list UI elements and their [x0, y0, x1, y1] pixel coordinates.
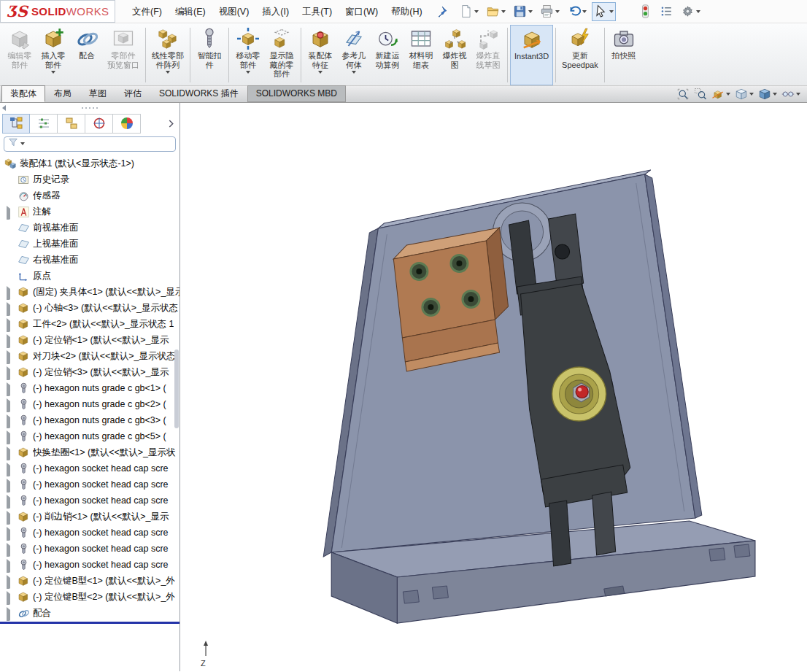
tree-item[interactable]: (-) hexagon nuts grade c gb<3> (: [0, 412, 179, 428]
menu-file[interactable]: 文件(F): [126, 1, 169, 23]
expand-arrow-icon[interactable]: [7, 289, 12, 295]
hide-show-items-icon-dropdown-icon[interactable]: [796, 93, 800, 96]
expand-arrow-icon[interactable]: [7, 305, 12, 311]
tree-item[interactable]: 传感器: [0, 188, 179, 204]
expand-arrow-icon[interactable]: [7, 385, 12, 391]
open-button[interactable]: [484, 2, 508, 21]
take-snapshot-button[interactable]: 拍快照: [607, 25, 641, 85]
tree-item[interactable]: (-) hexagon socket head cap scre: [0, 557, 179, 573]
filter-dropdown-icon[interactable]: [20, 142, 25, 145]
tree-item[interactable]: (-) hexagon nuts grade c gb<2> (: [0, 396, 179, 412]
expand-arrow-icon[interactable]: [7, 433, 12, 439]
zoom-area-icon[interactable]: [694, 88, 707, 101]
tab-propertymanager[interactable]: [30, 114, 58, 134]
expand-arrow-icon[interactable]: [7, 417, 12, 423]
menu-help[interactable]: 帮助(H): [385, 1, 428, 23]
expand-arrow-icon[interactable]: [7, 482, 12, 487]
open-button-dropdown-icon[interactable]: [501, 10, 506, 13]
new-document-button[interactable]: [457, 2, 481, 21]
menu-insert[interactable]: 插入(I): [255, 1, 296, 23]
print-button[interactable]: [538, 2, 562, 21]
show-hidden-components-button[interactable]: 显示隐藏的零部件: [265, 25, 298, 85]
expand-arrow-icon[interactable]: [7, 321, 12, 327]
tree-item[interactable]: (-) 定位销<1> (默认<<默认>_显示: [0, 332, 179, 348]
expand-arrow-icon[interactable]: [7, 498, 12, 503]
view-orientation-icon[interactable]: [735, 88, 754, 101]
tree-item[interactable]: (-) 削边销<1> (默认<<默认>_显示: [0, 509, 179, 525]
mate-button[interactable]: 配合: [70, 25, 104, 85]
zoom-fit-icon[interactable]: [676, 88, 690, 101]
3d-model-canvas[interactable]: Z: [180, 103, 807, 671]
undo-button-dropdown-icon[interactable]: [582, 10, 587, 13]
menu-window[interactable]: 窗口(W): [339, 1, 385, 23]
tree-item[interactable]: (-) hexagon socket head cap scre: [0, 460, 179, 476]
menu-edit[interactable]: 编辑(E): [169, 1, 212, 23]
command-options-icon[interactable]: [657, 2, 676, 21]
insert-component-button[interactable]: 插入零部件: [36, 25, 70, 85]
move-component-button-dropdown-icon[interactable]: [246, 71, 250, 74]
rollback-bar[interactable]: [0, 622, 179, 624]
tree-item[interactable]: 对刀块<2> (默认<<默认>_显示状态: [0, 348, 179, 364]
tree-item[interactable]: (-) hexagon socket head cap scre: [0, 525, 179, 541]
tree-item[interactable]: (固定) 夹具体<1> (默认<<默认>_显示: [0, 284, 179, 300]
tree-item[interactable]: (-) hexagon socket head cap scre: [0, 476, 179, 493]
insert-component-button-dropdown-icon[interactable]: [51, 71, 55, 74]
expand-arrow-icon[interactable]: [7, 578, 12, 584]
tree-root-item[interactable]: 装配体1 (默认<显示状态-1>): [0, 155, 179, 171]
tree-item[interactable]: 快换垫圈<1> (默认<<默认>_显示状: [0, 444, 179, 460]
tree-item[interactable]: (-) hexagon socket head cap scre: [0, 493, 179, 509]
panel-drag-handle[interactable]: [0, 103, 179, 112]
tab-evaluate[interactable]: 评估: [115, 85, 150, 102]
section-view-icon[interactable]: [711, 88, 730, 101]
tree-item[interactable]: 配合: [0, 605, 179, 621]
options-button[interactable]: [679, 2, 703, 21]
view-orientation-icon-dropdown-icon[interactable]: [749, 93, 754, 96]
tree-item[interactable]: (-) 心轴<3> (默认<<默认>_显示状态: [0, 300, 179, 316]
expand-arrow-icon[interactable]: [7, 337, 12, 343]
tab-solidworks-mbd[interactable]: SOLIDWORKS MBD: [247, 85, 346, 102]
graphics-viewport[interactable]: Z: [180, 103, 807, 671]
tree-item[interactable]: 工件<2> (默认<<默认>_显示状态 1: [0, 316, 179, 332]
tab-sketch[interactable]: 草图: [80, 85, 115, 102]
reference-geometry-button-dropdown-icon[interactable]: [352, 71, 356, 74]
menu-tools[interactable]: 工具(T): [296, 1, 339, 23]
expand-arrow-icon[interactable]: [7, 353, 12, 359]
bill-of-materials-button[interactable]: 材料明细表: [404, 25, 438, 85]
tree-item[interactable]: 上视基准面: [0, 236, 179, 252]
smart-fasteners-button[interactable]: 智能扣件: [193, 25, 226, 85]
undo-button[interactable]: [565, 2, 589, 21]
tree-item[interactable]: 历史记录: [0, 171, 179, 188]
update-speedpak-button[interactable]: 更新Speedpak: [558, 25, 602, 85]
assembly-features-button[interactable]: 装配体特征: [304, 25, 337, 85]
tree-item[interactable]: (-) hexagon socket head cap scre: [0, 541, 179, 557]
panel-collapse-icon[interactable]: [2, 105, 6, 111]
model-copper-block[interactable]: [393, 228, 508, 371]
expand-arrow-icon[interactable]: [7, 546, 12, 552]
expand-arrow-icon[interactable]: [7, 610, 12, 616]
display-style-icon-dropdown-icon[interactable]: [773, 93, 777, 96]
select-tool-button-dropdown-icon[interactable]: [609, 10, 614, 13]
exploded-view-button[interactable]: 爆炸视图: [438, 25, 471, 85]
expand-arrow-icon[interactable]: [7, 514, 12, 520]
expand-arrow-icon[interactable]: [7, 209, 12, 215]
tab-layout[interactable]: 布局: [45, 85, 80, 102]
new-document-button-dropdown-icon[interactable]: [474, 10, 479, 13]
expand-arrow-icon[interactable]: [7, 369, 12, 375]
move-component-button[interactable]: 移动零部件: [231, 25, 265, 85]
assembly-features-button-dropdown-icon[interactable]: [318, 71, 323, 74]
tree-item[interactable]: (-) 定位销<3> (默认<<默认>_显示: [0, 364, 179, 380]
tree-item[interactable]: 原点: [0, 268, 179, 284]
tab-configurationmanager[interactable]: [58, 114, 85, 134]
expand-arrow-icon[interactable]: [7, 466, 12, 471]
tree-item[interactable]: (-) hexagon nuts grade c gb<5> (: [0, 428, 179, 444]
select-tool-button[interactable]: [592, 2, 616, 21]
options-button-dropdown-icon[interactable]: [696, 10, 700, 13]
expand-arrow-icon[interactable]: [7, 594, 12, 600]
instant3d-button[interactable]: Instant3D: [510, 25, 553, 85]
tab-assembly[interactable]: 装配体: [1, 85, 45, 102]
tab-featuremanager[interactable]: [2, 114, 30, 134]
status-lights-icon[interactable]: [636, 2, 655, 21]
save-button-dropdown-icon[interactable]: [528, 10, 533, 13]
linear-component-pattern-button-dropdown-icon[interactable]: [166, 71, 170, 74]
linear-component-pattern-button[interactable]: 线性零部件阵列: [148, 25, 188, 85]
